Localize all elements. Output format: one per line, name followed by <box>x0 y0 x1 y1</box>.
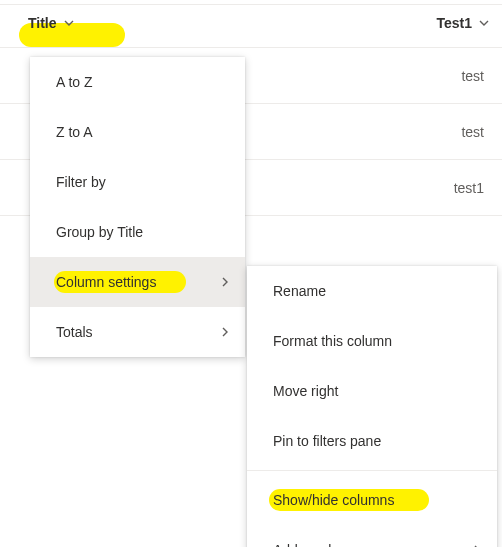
menu-label: Rename <box>273 283 483 299</box>
menu-sort-asc[interactable]: A to Z <box>30 57 245 107</box>
submenu-pin[interactable]: Pin to filters pane <box>247 416 497 466</box>
chevron-down-icon <box>63 17 75 29</box>
column-header-row: Title Test1 <box>0 5 502 47</box>
menu-column-settings[interactable]: Column settings <box>30 257 245 307</box>
submenu-show-hide[interactable]: Show/hide columns <box>247 475 497 525</box>
column-settings-submenu: Rename Format this column Move right Pin… <box>247 266 497 547</box>
cell-test1: test <box>461 124 484 140</box>
menu-totals[interactable]: Totals <box>30 307 245 357</box>
menu-label: Format this column <box>273 333 483 349</box>
column-header-title[interactable]: Title <box>20 11 83 35</box>
menu-filter-by[interactable]: Filter by <box>30 157 245 207</box>
cell-test1: test1 <box>454 180 484 196</box>
menu-label: Move right <box>273 383 483 399</box>
menu-label: A to Z <box>56 74 231 90</box>
menu-label: Totals <box>56 324 219 340</box>
chevron-down-icon <box>478 17 490 29</box>
menu-label: Group by Title <box>56 224 231 240</box>
column-header-title-label: Title <box>28 15 57 31</box>
cell-test1: test <box>461 68 484 84</box>
chevron-right-icon <box>219 276 231 288</box>
column-header-test1-label: Test1 <box>436 15 472 31</box>
menu-label: Z to A <box>56 124 231 140</box>
submenu-format[interactable]: Format this column <box>247 316 497 366</box>
column-context-menu: A to Z Z to A Filter by Group by Title C… <box>30 57 245 357</box>
menu-sort-desc[interactable]: Z to A <box>30 107 245 157</box>
column-header-test1[interactable]: Test1 <box>428 11 498 35</box>
chevron-right-icon <box>219 326 231 338</box>
submenu-move-right[interactable]: Move right <box>247 366 497 416</box>
menu-group-by[interactable]: Group by Title <box>30 207 245 257</box>
menu-label: Show/hide columns <box>273 492 483 508</box>
menu-label: Pin to filters pane <box>273 433 483 449</box>
submenu-rename[interactable]: Rename <box>247 266 497 316</box>
menu-label: Add a column <box>273 542 471 547</box>
menu-divider <box>247 470 497 471</box>
submenu-add-column[interactable]: Add a column <box>247 525 497 547</box>
menu-label: Column settings <box>56 274 219 290</box>
menu-label: Filter by <box>56 174 231 190</box>
